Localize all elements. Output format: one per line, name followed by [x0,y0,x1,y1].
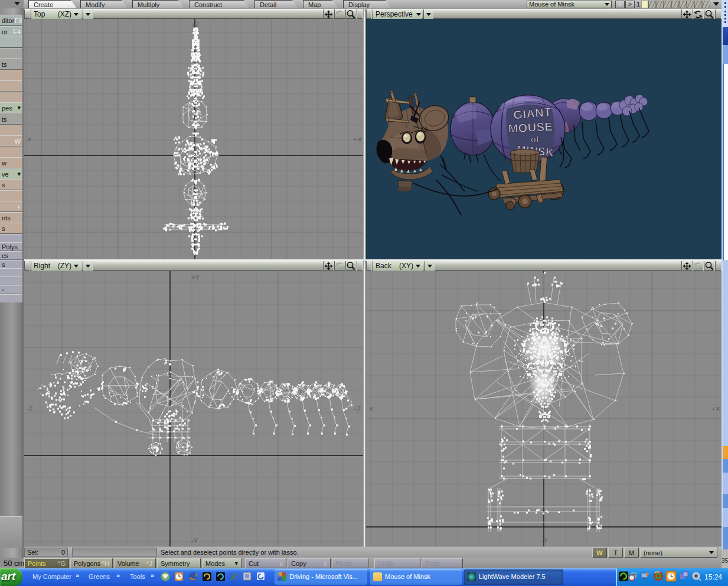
svg-text:✕: ✕ [27,136,32,143]
svg-text:-Y: -Y [191,537,198,544]
svg-text:+Z: +Z [191,21,199,28]
svg-text:+Z: +Z [353,405,361,412]
svg-text:+: + [541,274,545,281]
svg-text:-Y: -Y [541,537,549,544]
svg-text:+✕: +✕ [353,136,363,143]
svg-text:+Y: +Y [191,274,200,281]
svg-text:MOUSE: MOUSE [508,120,553,135]
svg-text:+✕: +✕ [711,405,721,412]
svg-text:of: of [531,135,539,144]
svg-text:✕: ✕ [368,405,374,412]
svg-text:-Z: -Z [27,405,33,412]
